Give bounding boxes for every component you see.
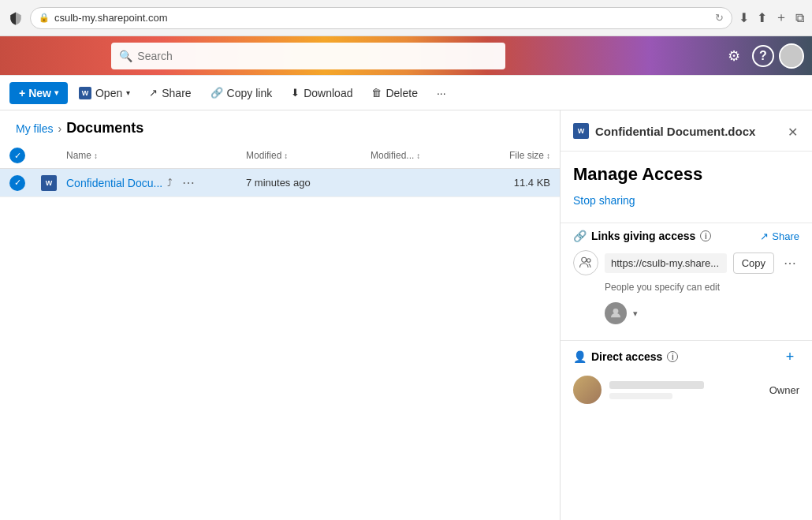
download-icon: ⬇ [291,87,300,99]
links-share-label: Share [772,230,799,242]
link-people-icon [573,250,598,275]
new-tab-icon[interactable]: ＋ [775,9,788,26]
svg-point-1 [587,259,591,263]
lock-icon: 🔒 [39,13,50,23]
check-all[interactable]: ✓ [9,148,35,163]
owner-avatar [573,376,602,404]
owner-label: Owner [769,384,799,396]
filesize-col-header[interactable]: File size ↕ [479,150,550,161]
panel-header: W Confidential Document.docx ✕ [561,110,812,152]
panel-divider-2 [561,340,812,341]
row-check-circle[interactable]: ✓ [9,175,25,191]
owner-row: Owner [573,376,799,404]
owner-name-block [609,381,762,399]
name-label: Name [66,150,91,161]
open-button[interactable]: W Open ▾ [71,83,138,103]
search-input[interactable] [137,50,497,62]
check-all-circle[interactable]: ✓ [9,148,25,163]
links-share-button[interactable]: ↗ Share [760,230,799,242]
link-icon: 🔗 [210,87,223,99]
modifiedby-label: Modified... [371,150,414,161]
panel-word-icon: W [573,123,589,139]
chevron-down-icon: ▾ [54,88,58,97]
close-button[interactable]: ✕ [786,123,799,141]
sort-icon-filesize: ↕ [546,152,550,160]
refresh-icon[interactable]: ↻ [715,12,724,24]
sort-icon-modifiedby: ↕ [416,152,420,160]
file-name-cell: Confidential Docu... ⤴ ⋯ [66,174,240,192]
avatar-chevron-icon[interactable]: ▾ [633,309,638,319]
chevron-down-icon-open: ▾ [126,88,130,97]
copylink-button[interactable]: 🔗 Copy link [203,83,281,103]
delete-button[interactable]: 🗑 Delete [363,83,425,103]
file-filesize: 11.4 KB [479,177,550,189]
download-button[interactable]: ⬇ Download [283,83,360,103]
panel-filename: Confidential Document.docx [595,125,755,138]
direct-access-info-icon[interactable]: i [667,351,678,362]
owner-sub-placeholder [609,393,672,399]
breadcrumb: My files › Documents [0,110,560,143]
sort-icon-name: ↕ [94,152,98,160]
more-label: ··· [437,87,446,99]
file-name[interactable]: Confidential Docu... [66,177,162,189]
breadcrumb-current: Documents [66,120,143,137]
search-box[interactable]: 🔍 [111,43,505,69]
file-area: My files › Documents ✓ Name ↕ Modified ↕… [0,110,560,520]
copylink-label: Copy link [227,87,273,99]
link-chain-icon: 🔗 [573,230,587,242]
add-direct-access-button[interactable]: + [780,347,799,366]
file-more-icon[interactable]: ⋯ [177,174,199,192]
share-icon: ↗ [149,87,158,99]
links-info-icon[interactable]: i [700,230,711,241]
download-label: Download [304,87,352,99]
filesize-label: File size [509,150,544,161]
can-edit-text: People you specify can edit [573,282,799,299]
settings-icon[interactable]: ⚙ [721,43,747,69]
browser-bar: 🔒 csulb-my.sharepoint.com ↻ ⬇ ⬆ ＋ ⧉ [0,0,812,36]
direct-access-icon: 👤 [573,350,587,363]
toolbar: + New ▾ W Open ▾ ↗ Share 🔗 Copy link ⬇ D… [0,76,812,110]
open-label: Open [95,87,122,99]
address-text: csulb-my.sharepoint.com [54,12,168,24]
new-button[interactable]: + New ▾ [9,82,68,104]
svg-point-2 [613,309,619,314]
manage-panel: W Confidential Document.docx ✕ Manage Ac… [560,110,812,520]
name-col-header[interactable]: Name ↕ [66,150,240,161]
help-icon[interactable]: ? [752,45,774,67]
file-type-icon: W [41,175,60,191]
browser-actions: ⬇ ⬆ ＋ ⧉ [739,9,804,26]
share-button[interactable]: ↗ Share [141,83,199,103]
manage-access-title: Manage Access [561,152,812,191]
link-more-button[interactable]: ⋯ [780,254,799,272]
links-title: Links giving access [591,230,695,242]
link-row: https://csulb-my.share... Copy ⋯ [573,250,799,275]
stop-sharing-button[interactable]: Stop sharing [561,191,812,216]
file-share-icon[interactable]: ⤴ [167,177,173,189]
modified-label: Modified [246,150,281,161]
user-avatar[interactable] [779,43,804,69]
direct-access-section: 👤 Direct access i + Owner [561,347,812,404]
breadcrumb-separator: › [58,122,61,135]
breadcrumb-parent-link[interactable]: My files [16,122,53,135]
main-content: My files › Documents ✓ Name ↕ Modified ↕… [0,110,812,520]
trash-icon: 🗑 [371,87,382,99]
download-browser-icon[interactable]: ⬇ [739,10,749,25]
panel-title-row: W Confidential Document.docx [573,123,755,139]
svg-point-0 [582,257,587,262]
user-avatar-row: ▾ [573,299,799,334]
word-file-icon: W [41,175,57,191]
file-table-header: ✓ Name ↕ Modified ↕ Modified... ↕ File s… [0,143,560,169]
row-checkbox[interactable]: ✓ [9,175,35,191]
file-modified: 7 minutes ago [246,177,364,189]
direct-access-title-row: 👤 Direct access i [573,350,678,363]
more-button[interactable]: ··· [429,83,454,103]
modifiedby-col-header[interactable]: Modified... ↕ [371,150,473,161]
search-icon: 🔍 [119,50,132,62]
modified-col-header[interactable]: Modified ↕ [246,150,364,161]
copy-link-button[interactable]: Copy [733,253,774,274]
share-browser-icon[interactable]: ⬆ [757,10,767,25]
address-bar[interactable]: 🔒 csulb-my.sharepoint.com ↻ [30,7,732,29]
direct-access-header: 👤 Direct access i + [573,347,799,366]
user-avatar-small [605,302,627,324]
tabs-icon[interactable]: ⧉ [795,11,804,25]
